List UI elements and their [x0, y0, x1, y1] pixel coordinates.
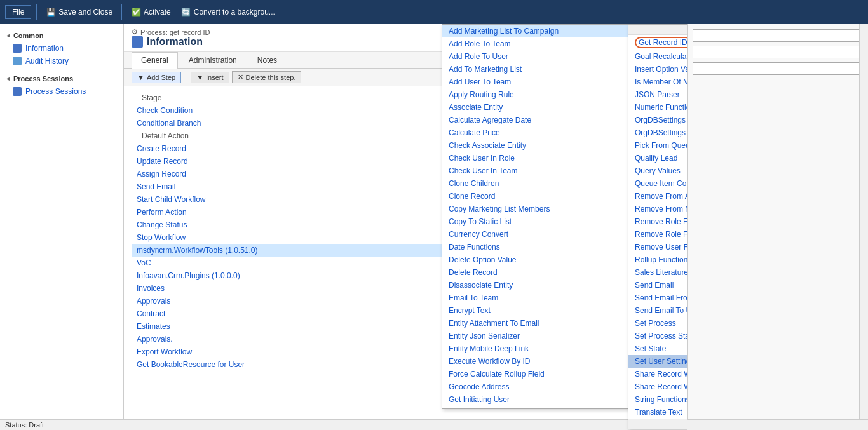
action-menu-col3: ▲ Get Record ID Goal Recalculate Insert …	[628, 24, 687, 429]
menu-entity-mobile[interactable]: Entity Mobile Deep Link	[442, 342, 628, 355]
menu-sales-literature[interactable]: Sales Literature To Email	[628, 266, 687, 279]
menu-apply-routing-rule[interactable]: Apply Routing Rule	[442, 88, 628, 101]
menu-currency-convert[interactable]: Currency Convert	[442, 228, 628, 241]
delete-icon: ✕	[238, 73, 243, 81]
menu-email-to-team[interactable]: Email To Team	[442, 292, 628, 304]
menu-pick-from-queue[interactable]: Pick From Queue	[628, 139, 687, 152]
menu-execute-workflow[interactable]: Execute Workflow By ID	[442, 355, 628, 368]
menu-force-calc-rollup[interactable]: Force Calculate Rollup Field	[442, 368, 628, 380]
menu-clone-record[interactable]: Clone Record	[442, 190, 628, 203]
sidebar-item-label: Audit History	[25, 57, 69, 65]
menu-insert-option-value[interactable]: Insert Option Value	[628, 63, 687, 76]
sidebar-item-information[interactable]: Information	[0, 42, 123, 55]
get-record-id-label: Get Record ID	[635, 37, 687, 48]
insert-icon: ▼	[196, 74, 203, 81]
menu-goal-recalculate[interactable]: Goal Recalculate	[628, 50, 687, 63]
menu-calc-agregate-date[interactable]: Calculate Agregate Date	[442, 114, 628, 126]
menu-disassociate-entity[interactable]: Disassociate Entity	[442, 279, 628, 292]
action-menu-col2: Add Marketing List To Campaign Add Role …	[442, 24, 629, 409]
menu-remove-from-marketing-list[interactable]: Remove From Marketing List	[628, 203, 687, 215]
right-panel-input-2[interactable]	[693, 46, 863, 58]
file-button[interactable]: File	[5, 5, 31, 19]
menu-remove-role-from-user[interactable]: Remove Role From User	[628, 228, 687, 241]
menu-add-marketing-list[interactable]: Add Marketing List To Campaign	[442, 25, 628, 37]
content-area: ⚙ Process: get record ID Information Gen…	[124, 24, 687, 430]
menu-add-user-to-team[interactable]: Add User To Team	[442, 76, 628, 88]
menu-get-initiating-user[interactable]: Get Initiating User	[442, 393, 628, 406]
menu-numeric-functions[interactable]: Numeric Functions	[628, 101, 687, 114]
menu-copy-to-static[interactable]: Copy To Static List	[442, 215, 628, 228]
right-panel-input-3[interactable]	[693, 62, 863, 75]
breadcrumb-icon: ⚙	[132, 28, 138, 36]
menu-rollup-functions[interactable]: Rollup Functions	[628, 253, 687, 266]
menu-orgdb-retrieve[interactable]: OrgDBSettings Retrieve	[628, 114, 687, 126]
right-panel-content	[688, 24, 868, 84]
menu-geocode-address[interactable]: Geocode Address	[442, 380, 628, 393]
menu-remove-user-from-team[interactable]: Remove User From Team	[628, 241, 687, 253]
right-panel-scrollbar	[859, 24, 868, 430]
scroll-up-arrow[interactable]: ▲	[628, 25, 687, 35]
add-step-button[interactable]: ▼ Add Step	[132, 72, 181, 83]
menu-encrypt-text[interactable]: Encrypt Text	[442, 304, 628, 317]
sidebar-common-header: Common	[0, 29, 123, 42]
menu-add-role-to-team[interactable]: Add Role To Team	[442, 37, 628, 50]
menu-query-values[interactable]: Query Values	[628, 165, 687, 177]
tab-general[interactable]: General	[132, 52, 178, 69]
menu-string-functions[interactable]: String Functions	[628, 393, 687, 406]
status-text: Status: Draft	[5, 421, 44, 429]
menu-check-user-in-role[interactable]: Check User In Role	[442, 152, 628, 165]
main-wrapper: Common Information Audit History Process…	[0, 24, 868, 430]
status-bar: Status: Draft	[0, 419, 868, 430]
menu-remove-role-from-team[interactable]: Remove Role From Team	[628, 215, 687, 228]
menu-remove-from-all-marketing[interactable]: Remove From All Marketing Lists	[628, 190, 687, 203]
menu-associate-entity[interactable]: Associate Entity	[442, 101, 628, 114]
menu-check-associate-entity[interactable]: Check Associate Entity	[442, 139, 628, 152]
menu-entity-json[interactable]: Entity Json Serializer	[442, 330, 628, 342]
menu-check-user-in-team[interactable]: Check User In Team	[442, 165, 628, 177]
menu-share-record-user[interactable]: Share Record With User	[628, 380, 687, 393]
save-close-button[interactable]: 💾 Save and Close	[42, 5, 116, 19]
convert-button[interactable]: 🔄 Convert to a backgrou...	[177, 5, 279, 19]
menu-orgdb-update[interactable]: OrgDBSettings Update	[628, 126, 687, 139]
menu-add-role-to-user[interactable]: Add Role To User	[442, 50, 628, 63]
scroll-down-arrow[interactable]: ▼	[628, 419, 687, 429]
add-step-icon: ▼	[137, 74, 144, 81]
menu-copy-marketing-list[interactable]: Copy Marketing List Members	[442, 203, 628, 215]
sidebar-item-audit[interactable]: Audit History	[0, 55, 123, 67]
delete-step-button[interactable]: ✕ Delete this step.	[232, 71, 302, 83]
process-large-icon	[132, 36, 143, 48]
menu-is-member-of-marketing[interactable]: Is Member Of Marketing List	[628, 76, 687, 88]
process-icon	[13, 87, 22, 96]
activate-icon: ✅	[131, 7, 141, 17]
menu-json-parser[interactable]: JSON Parser	[628, 88, 687, 101]
wf-separator	[186, 72, 186, 83]
menu-add-to-marketing-list[interactable]: Add To Marketing List	[442, 63, 628, 76]
menu-send-email[interactable]: Send Email	[628, 279, 687, 292]
sidebar-item-process-sessions[interactable]: Process Sessions	[0, 85, 123, 98]
menu-send-email-template[interactable]: Send Email From Template To Users In Rol…	[628, 292, 687, 304]
menu-translate-text[interactable]: Translate Text	[628, 406, 687, 419]
menu-delete-option-value[interactable]: Delete Option Value	[442, 253, 628, 266]
tab-notes[interactable]: Notes	[248, 52, 287, 68]
insert-button[interactable]: ▼ Insert	[191, 72, 229, 83]
menu-set-process-stage[interactable]: Set Process Stage	[628, 330, 687, 342]
menu-send-email-to-users[interactable]: Send Email To Users In Role	[628, 304, 687, 317]
menu-delete-record[interactable]: Delete Record	[442, 266, 628, 279]
right-panel-input-1[interactable]	[693, 29, 863, 42]
menu-entity-attachment[interactable]: Entity Attachment To Email	[442, 317, 628, 330]
menu-clone-children[interactable]: Clone Children	[442, 177, 628, 190]
menu-qualify-lead[interactable]: Qualify Lead	[628, 152, 687, 165]
menu-date-functions[interactable]: Date Functions	[442, 241, 628, 253]
main-toolbar: File 💾 Save and Close ✅ Activate 🔄 Conve…	[0, 0, 868, 24]
menu-set-process[interactable]: Set Process	[628, 317, 687, 330]
menu-share-record-team[interactable]: Share Record With Team	[628, 368, 687, 380]
activate-button[interactable]: ✅ Activate	[127, 5, 175, 19]
menu-get-record-id[interactable]: Get Record ID	[628, 35, 687, 50]
sidebar: Common Information Audit History Process…	[0, 24, 124, 430]
menu-calc-price[interactable]: Calculate Price	[442, 126, 628, 139]
menu-queue-item-count[interactable]: Queue Item Count	[628, 177, 687, 190]
toolbar-separator-2	[121, 4, 122, 20]
menu-set-state[interactable]: Set State	[628, 342, 687, 355]
tab-administration[interactable]: Administration	[179, 52, 247, 68]
menu-set-user-settings[interactable]: Set User Settings	[628, 355, 687, 368]
